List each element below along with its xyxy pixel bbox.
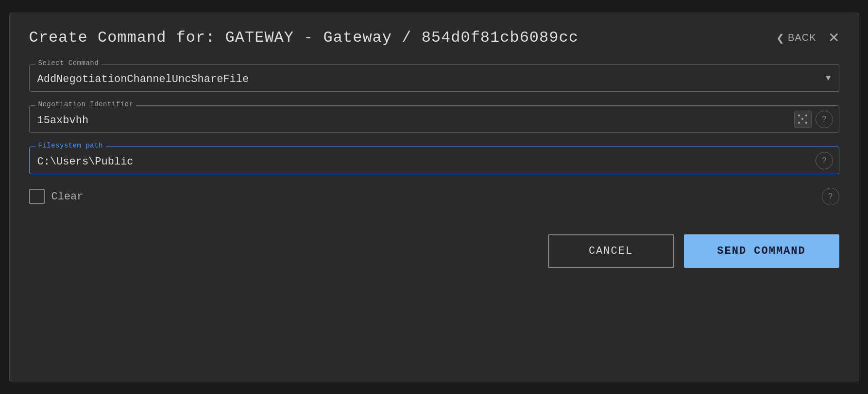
filesystem-path-section: Filesystem path ? bbox=[29, 147, 839, 174]
dialog-header: Create Command for: GATEWAY - Gateway / … bbox=[29, 29, 839, 47]
filesystem-path-wrapper: Filesystem path ? bbox=[29, 147, 839, 174]
filesystem-path-input[interactable] bbox=[37, 156, 831, 168]
dice-icon bbox=[798, 115, 808, 124]
clear-row: Clear ? bbox=[29, 188, 839, 205]
clear-checkbox-wrapper[interactable]: Clear bbox=[29, 189, 84, 204]
negotiation-id-section: Negotiation Identifier bbox=[29, 105, 839, 133]
close-button[interactable]: ✕ bbox=[828, 31, 839, 45]
select-command-label: Select Command bbox=[35, 59, 102, 67]
clear-help-button[interactable]: ? bbox=[822, 188, 839, 205]
select-command-section: Select Command AddNegotiationChannelUncS… bbox=[29, 64, 839, 92]
create-command-dialog: Create Command for: GATEWAY - Gateway / … bbox=[9, 13, 859, 381]
filesystem-path-label: Filesystem path bbox=[35, 142, 106, 149]
negotiation-id-icons: ? bbox=[794, 111, 833, 128]
filesystem-path-help-button[interactable]: ? bbox=[816, 152, 833, 169]
clear-label: Clear bbox=[51, 191, 84, 203]
back-button[interactable]: ❮ BACK bbox=[776, 32, 816, 44]
chevron-left-icon: ❮ bbox=[776, 32, 785, 44]
filesystem-path-icons: ? bbox=[816, 152, 833, 169]
clear-checkbox[interactable] bbox=[29, 189, 45, 204]
negotiation-id-help-button[interactable]: ? bbox=[816, 111, 833, 128]
negotiation-id-input[interactable] bbox=[37, 115, 831, 127]
header-actions: ❮ BACK ✕ bbox=[776, 31, 839, 45]
dice-button[interactable] bbox=[794, 111, 812, 128]
select-command-dropdown[interactable]: AddNegotiationChannelUncShareFile bbox=[37, 73, 831, 85]
send-command-button[interactable]: SEND COMMAND bbox=[684, 234, 839, 268]
cancel-button[interactable]: CANCEL bbox=[548, 234, 674, 268]
select-command-wrapper: Select Command AddNegotiationChannelUncS… bbox=[29, 64, 839, 92]
dialog-title: Create Command for: GATEWAY - Gateway / … bbox=[29, 29, 579, 47]
negotiation-id-wrapper: Negotiation Identifier bbox=[29, 105, 839, 133]
negotiation-id-label: Negotiation Identifier bbox=[35, 100, 136, 108]
dialog-footer: CANCEL SEND COMMAND bbox=[29, 234, 839, 268]
